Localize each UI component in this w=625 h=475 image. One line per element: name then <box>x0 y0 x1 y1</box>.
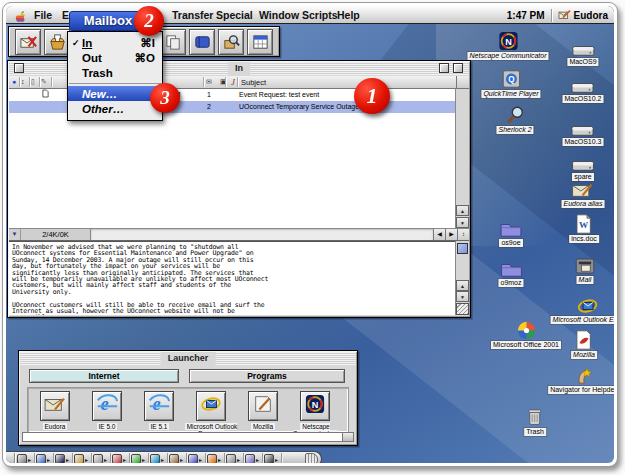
menu-item-help[interactable]: Help <box>335 6 362 24</box>
collapse-box-icon[interactable] <box>453 63 463 73</box>
directory-search-button[interactable] <box>218 29 244 55</box>
control-strip-module-printer-selector[interactable]: ▸ <box>111 453 130 464</box>
control-strip-module-print-queue[interactable]: ▸ <box>168 453 187 464</box>
folder-icon <box>499 256 523 278</box>
desktop-icon-macos9[interactable]: MacOS9 <box>567 35 598 66</box>
menu-item-file[interactable]: File <box>32 6 54 24</box>
open-calendar-button[interactable] <box>247 29 273 55</box>
launcher-button-mozilla[interactable] <box>248 391 278 421</box>
address-book-button[interactable] <box>189 29 215 55</box>
navigator-hand-icon <box>574 363 594 385</box>
launcher-tab-programs[interactable]: Programs <box>189 369 345 383</box>
control-strip-handle[interactable] <box>8 453 15 463</box>
column-config-button[interactable] <box>456 76 469 88</box>
desktop-icon-os9oe[interactable]: os9oe <box>499 216 523 247</box>
control-strip-module-talk[interactable]: ▸ <box>206 453 225 464</box>
desktop-icon-label: Sherlock 2 <box>496 126 533 134</box>
control-strip-end-cap[interactable] <box>305 453 318 464</box>
preview-scroll-down-icon[interactable]: ▼ <box>456 291 469 302</box>
mailbox-menu-item-out[interactable]: Out⌘O <box>68 50 162 65</box>
label-pen-icon[interactable]: ✎ <box>41 76 47 88</box>
j-column-icon[interactable]: J <box>231 76 235 88</box>
message-status-icon[interactable]: ● <box>12 76 16 88</box>
launcher-button-ie-5-0[interactable]: e <box>92 391 122 421</box>
menu-item-window[interactable]: Window <box>257 6 301 24</box>
apple-logo-icon[interactable] <box>15 9 26 27</box>
desktop-icon-incs-doc[interactable]: Wincs.doc <box>569 212 599 243</box>
control-strip[interactable]: ▸▸▸▸▸▸▸▸▸▸▸▸▸▸ <box>6 451 322 463</box>
column-separator[interactable] <box>225 77 226 87</box>
desktop-icon-macos10-3[interactable]: MacOS10.3 <box>563 115 604 146</box>
launcher-button-netscape-communicator[interactable]: N <box>300 391 330 421</box>
callout-3: 3 <box>150 83 180 113</box>
mailbox-menu-item-other[interactable]: Other… <box>68 101 162 116</box>
launcher-tab-internet[interactable]: Internet <box>29 369 179 383</box>
desktop-icon-mail[interactable]: Mail <box>575 253 596 284</box>
volume-icon <box>226 454 236 463</box>
scroll-right-icon[interactable]: ▶ <box>445 229 457 240</box>
column-separator[interactable] <box>237 77 238 87</box>
quicktime-icon: Q <box>501 67 521 89</box>
desktop-icon-macos10-2[interactable]: MacOS10.2 <box>563 72 604 103</box>
control-strip-module-microphone[interactable]: ▸ <box>244 453 263 464</box>
desktop-icon-netscape-communicator[interactable]: NNetscape Communicator <box>467 29 548 60</box>
control-strip-module-volume[interactable]: ▸ <box>225 453 244 464</box>
checkmark-icon: ✓ <box>72 38 82 48</box>
scrollbar-thumb[interactable] <box>457 243 468 254</box>
control-strip-module-file-sharing[interactable]: ▸ <box>73 453 92 464</box>
desktop-icon-mozilla[interactable]: Mozilla <box>571 328 597 359</box>
control-strip-module-monitor[interactable]: ▸ <box>16 453 35 464</box>
control-strip-module-sound[interactable]: ▸ <box>35 453 54 464</box>
mailbox-menu-item-new[interactable]: New… <box>68 86 162 101</box>
mailbox-menu-item-trash[interactable]: Trash <box>68 65 162 80</box>
preview-scrollbar[interactable]: ▲ ▼ <box>455 241 469 315</box>
mailbox-size-popup-icon[interactable]: ▼ <box>9 229 21 240</box>
control-strip-module-resolution[interactable]: ▸ <box>149 453 168 464</box>
subject-column-header[interactable]: Subject <box>241 76 266 88</box>
desktop-icon-eudora-alias[interactable]: Eudora alias <box>562 177 605 208</box>
launcher-button-eudora[interactable] <box>40 391 70 421</box>
mailbox-menu-item-in[interactable]: ✓In⌘I <box>68 35 162 50</box>
menu-item-transfer[interactable]: Transfer <box>170 6 215 24</box>
scroll-left-icon[interactable]: ◀ <box>433 229 445 240</box>
priority-icon[interactable]: ↕ <box>21 76 25 88</box>
application-menu[interactable]: Eudora <box>558 9 608 22</box>
close-box-icon[interactable] <box>14 63 24 73</box>
desktop-icon-sherlock-2[interactable]: Sherlock 2 <box>496 103 533 134</box>
scroll-up-icon[interactable]: ▲ <box>456 205 469 216</box>
preview-scroll-up-icon[interactable]: ▲ <box>456 280 469 291</box>
launcher-scroll-thumb[interactable] <box>342 433 353 441</box>
menu-item-scripts[interactable]: Scripts <box>300 6 340 24</box>
launcher-titlebar[interactable]: Launcher <box>20 352 356 365</box>
control-strip-module-media[interactable]: ▸ <box>263 453 282 464</box>
split-pane-zoom-icon[interactable]: ↕ <box>457 229 469 240</box>
resize-grip-icon[interactable] <box>456 303 469 315</box>
launcher-horizontal-scrollbar[interactable] <box>22 432 354 442</box>
column-separator[interactable] <box>19 77 20 87</box>
column-separator[interactable] <box>203 77 204 87</box>
delete-message-button[interactable] <box>15 29 41 55</box>
attachment-icon[interactable]: ▯ <box>31 76 35 88</box>
column-separator[interactable] <box>39 77 40 87</box>
launcher-button-microsoft-outlook-express[interactable] <box>196 391 226 421</box>
column-separator[interactable] <box>29 77 30 87</box>
scroll-down-icon[interactable]: ▼ <box>456 217 469 228</box>
control-strip-module-keychain[interactable]: ▸ <box>92 453 111 464</box>
control-strip-module-quicktime[interactable]: ▸ <box>187 453 206 464</box>
control-strip-module-color-depth[interactable]: ▸ <box>130 453 149 464</box>
copy-button[interactable] <box>160 29 186 55</box>
control-strip-module-energy-saver[interactable]: ▸ <box>54 453 73 464</box>
launcher-button-ie-5-1[interactable]: e <box>144 391 174 421</box>
zoom-box-icon[interactable] <box>439 63 449 73</box>
column-separator[interactable] <box>51 77 52 87</box>
horizontal-scrollbar[interactable] <box>91 229 433 240</box>
desktop-icon-quicktime-player[interactable]: QQuickTime Player <box>481 67 540 98</box>
desktop-icon-navigator-for-helpdes[interactable]: Navigator for Helpdes <box>548 363 614 394</box>
envelope-icon[interactable]: ✉ <box>206 76 212 88</box>
desktop-icon-trash[interactable]: Trash <box>524 405 546 436</box>
desktop-icon-microsoft-office-2001[interactable]: Microsoft Office 2001 <box>491 318 561 349</box>
menu-item-special[interactable]: Special <box>214 6 255 24</box>
message-list-scrollbar[interactable]: ▲ ▼ <box>455 89 469 228</box>
message-preview-pane[interactable]: In November we advised that we were plan… <box>9 241 455 315</box>
desktop-icon-o9moz[interactable]: o9moz <box>498 256 523 287</box>
